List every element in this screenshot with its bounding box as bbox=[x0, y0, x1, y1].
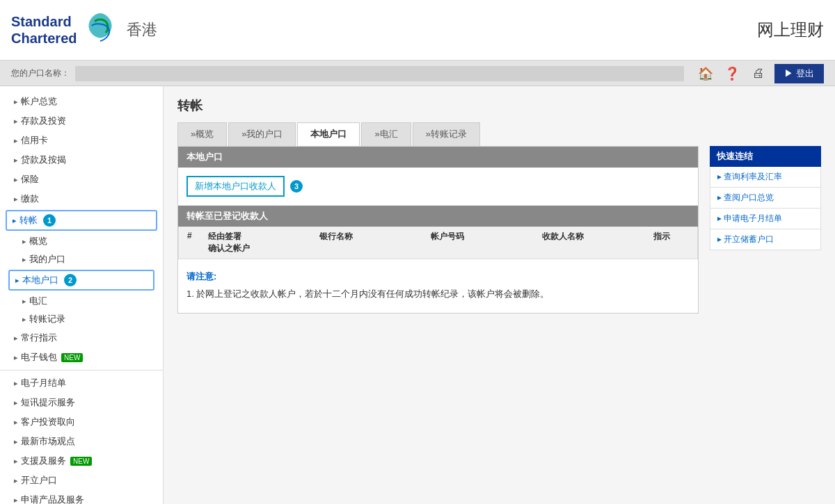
divider-1 bbox=[0, 370, 163, 371]
table-section: 转帐至已登记收款人 # 经由签署确认之帐户 银行名称 帐户号码 收款人名称 指示 bbox=[178, 206, 698, 259]
badge-3: 3 bbox=[290, 180, 303, 193]
notice-title: 请注意: bbox=[186, 270, 690, 283]
badge-1: 1 bbox=[43, 214, 56, 227]
help-icon[interactable]: ❓ bbox=[722, 63, 742, 84]
region-label: 香港 bbox=[127, 19, 157, 40]
tab-remit[interactable]: »电汇 bbox=[361, 122, 411, 146]
print-icon[interactable]: 🖨 bbox=[748, 63, 769, 84]
quick-link-2[interactable]: ▸ 查阅户口总览 bbox=[710, 188, 821, 209]
logout-button[interactable]: ▶ 登出 bbox=[774, 64, 824, 83]
sidebar-item-ewallet[interactable]: ▸ 电子钱包 NEW bbox=[0, 348, 163, 367]
sidebar-item-investment[interactable]: ▸ 客户投资取向 bbox=[0, 412, 163, 432]
sidebar-item-deposits[interactable]: ▸ 存款及投资 bbox=[0, 111, 163, 131]
sidebar-item-insurance[interactable]: ▸ 保险 bbox=[0, 170, 163, 189]
logo-icon bbox=[84, 12, 117, 48]
quick-link-4[interactable]: ▸ 开立储蓄户口 bbox=[710, 229, 821, 250]
sidebar-item-apply-products[interactable]: ▸ 申请产品及服务 bbox=[0, 490, 163, 504]
sidebar: ▸ 帐户总览 ▸ 存款及投资 ▸ 信用卡 ▸ 贷款及按揭 ▸ 保险 ▸ 缴款 ▸… bbox=[0, 86, 164, 504]
col-signed-account: 经由签署确认之帐户 bbox=[208, 231, 319, 254]
account-label: 您的户口名称： bbox=[11, 67, 70, 79]
toolbar-icons: 🏠 ❓ 🖨 ▶ 登出 bbox=[695, 63, 824, 84]
tab-bar: »概览 »我的户口 本地户口 »电汇 »转账记录 bbox=[177, 122, 821, 146]
home-icon[interactable]: 🏠 bbox=[695, 63, 716, 84]
sidebar-sub-history[interactable]: ▸ 转账记录 bbox=[0, 310, 163, 328]
sidebar-item-support[interactable]: ▸ 支援及服务 NEW bbox=[0, 451, 163, 471]
new-badge-ewallet: NEW bbox=[61, 353, 83, 362]
sidebar-item-market[interactable]: ▸ 最新市场观点 bbox=[0, 432, 163, 451]
panel-area: 本地户口 新增本地户口收款人 3 转帐至已登记收款人 # 经 bbox=[177, 146, 821, 314]
quick-links-panel: 快速连结 ▸ 查询利率及汇率 ▸ 查阅户口总览 ▸ 申请电子月结单 ▸ 开立储蓄… bbox=[710, 146, 821, 250]
content-area: 转帐 »概览 »我的户口 本地户口 »电汇 »转账记录 bbox=[164, 86, 835, 504]
tab-myaccount[interactable]: »我的户口 bbox=[228, 122, 296, 146]
panel-body: 新增本地户口收款人 3 bbox=[178, 168, 698, 206]
sidebar-sub-overview[interactable]: ▸ 概览 bbox=[0, 232, 163, 250]
sidebar-item-payment[interactable]: ▸ 缴款 bbox=[0, 189, 163, 209]
sidebar-sub-local-account[interactable]: ▸ 本地户口 2 bbox=[8, 270, 154, 291]
sidebar-item-estatement[interactable]: ▸ 电子月结单 bbox=[0, 373, 163, 393]
table-subheader: # 经由签署确认之帐户 银行名称 帐户号码 收款人名称 指示 bbox=[178, 227, 698, 259]
col-payee-name: 收款人名称 bbox=[542, 231, 653, 254]
quick-link-1[interactable]: ▸ 查询利率及汇率 bbox=[710, 167, 821, 188]
panel-header: 本地户口 bbox=[178, 147, 698, 168]
service-title: 网上理财 bbox=[757, 19, 824, 41]
header: Standard Chartered 香港 网上理财 bbox=[0, 0, 835, 61]
tab-overview[interactable]: »概览 bbox=[177, 122, 227, 146]
tab-history[interactable]: »转账记录 bbox=[413, 122, 480, 146]
add-payee-button[interactable]: 新增本地户口收款人 bbox=[186, 176, 285, 197]
new-badge-support: NEW bbox=[70, 457, 92, 466]
sidebar-sub-myaccount[interactable]: ▸ 我的户口 bbox=[0, 250, 163, 268]
table-header: 转帐至已登记收款人 bbox=[178, 206, 698, 227]
logo-line1: Standard bbox=[11, 13, 77, 30]
notice-section: 请注意: 1. 於网上登记之收款人帐户，若於十二个月内没有任何成功转帐纪录，该帐… bbox=[178, 259, 698, 313]
sidebar-item-transfer[interactable]: ▸ 转帐 1 bbox=[6, 210, 157, 231]
sidebar-sub-remit[interactable]: ▸ 电汇 bbox=[0, 292, 163, 310]
badge-2: 2 bbox=[64, 274, 77, 286]
quick-links-header: 快速连结 bbox=[710, 146, 821, 167]
sidebar-item-account-overview[interactable]: ▸ 帐户总览 bbox=[0, 92, 163, 111]
main-panel: 本地户口 新增本地户口收款人 3 转帐至已登记收款人 # 经 bbox=[177, 146, 699, 314]
col-bank-name: 银行名称 bbox=[319, 231, 431, 254]
toolbar: 您的户口名称： 🏠 ❓ 🖨 ▶ 登出 bbox=[0, 61, 835, 86]
page-title: 转帐 bbox=[177, 97, 821, 114]
sidebar-item-loans[interactable]: ▸ 贷款及按揭 bbox=[0, 150, 163, 170]
quick-link-3[interactable]: ▸ 申请电子月结单 bbox=[710, 209, 821, 229]
main-body: ▸ 帐户总览 ▸ 存款及投资 ▸ 信用卡 ▸ 贷款及按揭 ▸ 保险 ▸ 缴款 ▸… bbox=[0, 86, 835, 504]
notice-item-1: 1. 於网上登记之收款人帐户，若於十二个月内没有任何成功转帐纪录，该帐户将会被删… bbox=[186, 287, 690, 302]
logo-line2: Chartered bbox=[11, 30, 77, 47]
sidebar-item-sms[interactable]: ▸ 短讯提示服务 bbox=[0, 393, 163, 412]
sidebar-item-credit-card[interactable]: ▸ 信用卡 bbox=[0, 131, 163, 150]
header-left: Standard Chartered 香港 bbox=[11, 12, 157, 48]
col-instruction: 指示 bbox=[653, 231, 689, 254]
logo-text: Standard Chartered bbox=[11, 13, 77, 47]
sidebar-item-standing[interactable]: ▸ 常行指示 bbox=[0, 328, 163, 348]
tab-local-account[interactable]: 本地户口 bbox=[297, 122, 360, 146]
account-name-input bbox=[75, 66, 684, 81]
col-account-number: 帐户号码 bbox=[431, 231, 542, 254]
sidebar-item-open-account[interactable]: ▸ 开立户口 bbox=[0, 471, 163, 490]
col-hash: # bbox=[187, 231, 208, 254]
